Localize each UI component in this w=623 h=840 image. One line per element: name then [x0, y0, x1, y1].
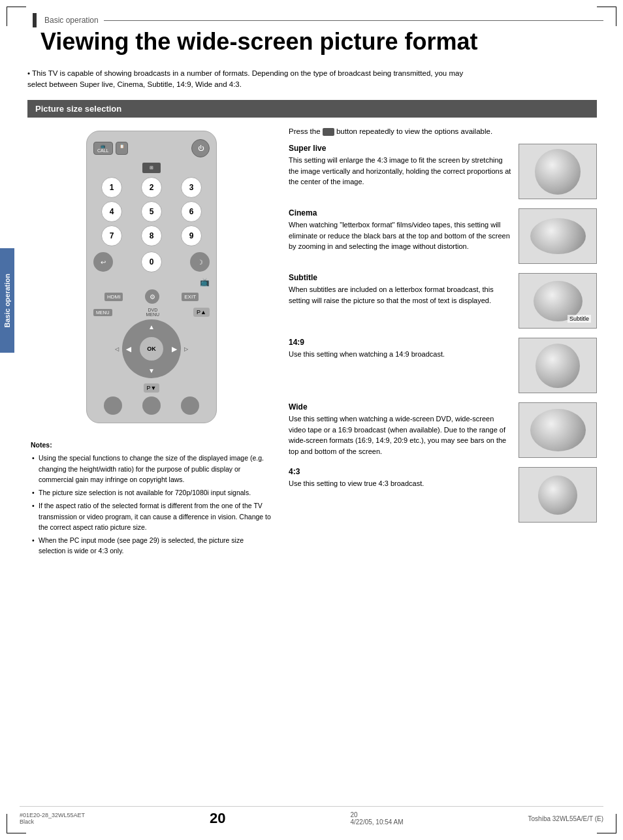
- format-desc-43: Use this setting to view true 4:3 broadc…: [289, 478, 512, 489]
- remote-top-row: 📺 CALL 📋 ⏻: [93, 139, 210, 157]
- format-text-wide: Wide Use this setting when watching a wi…: [289, 402, 512, 457]
- p-down-button[interactable]: P▼: [144, 383, 160, 393]
- corner-mark-tr: [597, 7, 616, 26]
- vol-up-icon: ◁: [115, 346, 119, 352]
- call-button[interactable]: 📺 CALL: [93, 142, 113, 155]
- picture-size-bar: Picture size selection: [27, 100, 597, 118]
- intro-text: • This TV is capable of showing broadcas…: [27, 68, 485, 91]
- sidebar-tab-label: Basic operation: [3, 274, 11, 328]
- format-icon-button[interactable]: ⊞: [142, 163, 161, 173]
- header-section: Basic operation Viewing the wide-screen …: [33, 13, 603, 55]
- num-5-button[interactable]: 5: [141, 201, 162, 222]
- footer-center: 20 4/22/05, 10:54 AM: [350, 811, 403, 826]
- format-desc-cinema: When watching "letterbox format" films/v…: [289, 219, 512, 252]
- format-image-149: [519, 338, 597, 393]
- p-up-button[interactable]: P▲: [193, 308, 210, 317]
- remote-control: 📺 CALL 📋 ⏻ ⊞: [86, 131, 217, 423]
- settings-button[interactable]: ⚙: [145, 289, 159, 304]
- num-8-button[interactable]: 8: [141, 225, 162, 246]
- remote-container: 📺 CALL 📋 ⏻ ⊞: [27, 118, 276, 436]
- notes-title: Notes:: [31, 440, 272, 450]
- function-row: HDMI ⚙ EXIT: [93, 289, 210, 304]
- picture-size-title: Picture size selection: [35, 104, 121, 114]
- footer-color: Black: [20, 818, 85, 825]
- text-button[interactable]: 📋: [116, 142, 128, 155]
- sleep-button[interactable]: ☽: [190, 252, 210, 272]
- power-button[interactable]: ⏻: [191, 139, 210, 157]
- hdmi-button[interactable]: HDMI: [104, 293, 123, 301]
- num-0-button[interactable]: 0: [141, 251, 162, 272]
- format-desc-subtitle: When subtitles are included on a letterb…: [289, 284, 512, 306]
- format-text-43: 4:3 Use this setting to view true 4:3 br…: [289, 467, 512, 489]
- notes-section: Notes: Using the special functions to ch…: [27, 440, 276, 557]
- footer-model: Toshiba 32WL55A/E/T (E): [528, 815, 603, 822]
- recall-button[interactable]: ↩: [93, 252, 113, 272]
- page-container: Basic operation Basic operation Viewing …: [0, 0, 623, 840]
- corner-mark-tl: [7, 7, 26, 26]
- num-7-button[interactable]: 7: [101, 225, 122, 246]
- format-title-43: 4:3: [289, 467, 512, 476]
- notes-list: Using the special functions to change th…: [31, 453, 272, 556]
- ball-43: [538, 476, 577, 515]
- exit-button[interactable]: EXIT: [182, 293, 199, 301]
- format-text-subtitle: Subtitle When subtitles are included on …: [289, 273, 512, 306]
- dvd-menu-label: DVD MENU: [146, 308, 160, 317]
- footer-right: Toshiba 32WL55A/E/T (E): [528, 815, 603, 822]
- ok-button[interactable]: OK: [140, 337, 163, 361]
- format-title-wide: Wide: [289, 402, 512, 412]
- nav-ring[interactable]: ▲ ▼ ◀ ▶ OK: [122, 319, 181, 378]
- footer-page-num-center: 20: [350, 811, 403, 818]
- menu-row: MENU DVD MENU P▲: [93, 308, 210, 317]
- format-image-43: [519, 467, 597, 523]
- num-2-button[interactable]: 2: [141, 177, 162, 198]
- sidebar-tab: Basic operation: [0, 248, 14, 353]
- footer-file-ref: #01E20-28_32WL55AET: [20, 812, 85, 818]
- note-item-2: The picture size selection is not availa…: [31, 487, 272, 498]
- number-grid: 1 2 3 4 5 6 7 8 9: [93, 177, 210, 246]
- format-item-subtitle: Subtitle When subtitles are included on …: [289, 273, 597, 329]
- footer-date: 4/22/05, 10:54 AM: [350, 818, 403, 826]
- format-desc-superlive: This setting will enlarge the 4:3 image …: [289, 155, 512, 187]
- format-item-43: 4:3 Use this setting to view true 4:3 br…: [289, 467, 597, 523]
- ball-cinema: [530, 218, 586, 254]
- num-6-button[interactable]: 6: [181, 201, 202, 222]
- color-btn-1[interactable]: [104, 396, 122, 415]
- ball-wide: [530, 409, 586, 451]
- format-text-149: 14:9 Use this setting when watching a 14…: [289, 338, 512, 360]
- color-btn-2[interactable]: [142, 396, 161, 415]
- nav-left-arrow: ◀: [126, 346, 131, 353]
- nav-right-arrow: ▶: [172, 346, 177, 353]
- ball-superlive: [535, 149, 581, 195]
- note-item-1: Using the special functions to change th…: [31, 453, 272, 485]
- num-1-button[interactable]: 1: [101, 177, 122, 198]
- nav-up-arrow: ▲: [148, 323, 155, 331]
- page-footer: #01E20-28_32WL55AET Black 20 20 4/22/05,…: [20, 806, 603, 827]
- note-item-4: When the PC input mode (see page 29) is …: [31, 535, 272, 557]
- format-image-superlive: [519, 144, 597, 199]
- bottom-buttons: [93, 396, 210, 415]
- format-desc-149: Use this setting when watching a 14:9 br…: [289, 349, 512, 360]
- intro-bullet-text: This TV is capable of showing broadcasts…: [27, 69, 463, 88]
- format-title-superlive: Super live: [289, 144, 512, 153]
- menu-button[interactable]: MENU: [93, 309, 112, 316]
- format-item-superlive: Super live This setting will enlarge the…: [289, 144, 597, 199]
- format-item-149: 14:9 Use this setting when watching a 14…: [289, 338, 597, 393]
- format-item-wide: Wide Use this setting when watching a wi…: [289, 402, 597, 458]
- format-title-149: 14:9: [289, 338, 512, 347]
- nav-container: ◁ ▲ ▼ ◀ ▶ OK ▷: [93, 319, 210, 378]
- page-title: Viewing the wide-screen picture format: [40, 29, 603, 55]
- footer-left: #01E20-28_32WL55AET Black: [20, 812, 85, 825]
- section-label: Basic operation: [33, 13, 603, 27]
- subtitle-overlay-label: Subtitle: [567, 315, 591, 323]
- num-3-button[interactable]: 3: [181, 177, 202, 198]
- ball-149: [535, 344, 580, 388]
- color-btn-3[interactable]: [181, 396, 199, 415]
- format-desc-wide: Use this setting when watching a wide-sc…: [289, 413, 512, 457]
- content-area: 📺 CALL 📋 ⏻ ⊞: [27, 118, 597, 559]
- num-9-button[interactable]: 9: [181, 225, 202, 246]
- vol-down-icon: ▷: [184, 346, 188, 352]
- nav-down-arrow: ▼: [148, 367, 155, 374]
- format-image-cinema: [519, 208, 597, 264]
- num-4-button[interactable]: 4: [101, 201, 122, 222]
- p-down-row: P▼: [93, 383, 210, 393]
